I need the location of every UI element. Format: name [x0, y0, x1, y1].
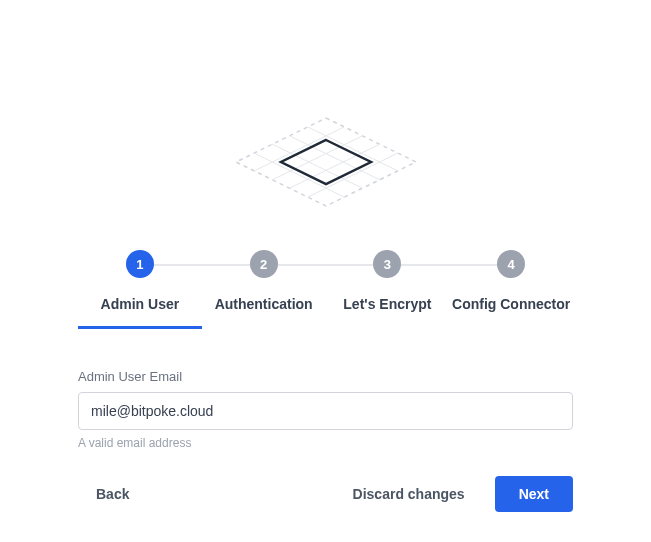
- step-number-badge: 3: [373, 250, 401, 278]
- step-label: Admin User: [78, 296, 202, 326]
- step-lets-encrypt[interactable]: 3 Let's Encrypt: [326, 250, 450, 326]
- back-button[interactable]: Back: [78, 476, 147, 512]
- step-label: Authentication: [202, 296, 326, 326]
- admin-email-input[interactable]: [78, 392, 573, 430]
- step-admin-user[interactable]: 1 Admin User: [78, 250, 202, 329]
- button-bar: Back Discard changes Next: [78, 476, 573, 512]
- step-label: Config Connector: [449, 296, 573, 326]
- step-authentication[interactable]: 2 Authentication: [202, 250, 326, 326]
- step-number-badge: 2: [250, 250, 278, 278]
- discard-changes-button[interactable]: Discard changes: [335, 476, 483, 512]
- step-label-wrap: Admin User: [78, 296, 202, 329]
- svg-line-8: [308, 153, 398, 197]
- step-config-connector[interactable]: 4 Config Connector: [449, 250, 573, 326]
- svg-line-5: [254, 127, 344, 171]
- next-button[interactable]: Next: [495, 476, 573, 512]
- admin-email-help-text: A valid email address: [78, 436, 573, 450]
- step-label: Let's Encrypt: [326, 296, 450, 326]
- admin-email-form-group: Admin User Email A valid email address: [78, 369, 573, 450]
- stepper: 1 Admin User 2 Authentication 3 Let's En…: [78, 250, 573, 329]
- svg-line-1: [254, 153, 344, 197]
- step-number-badge: 4: [497, 250, 525, 278]
- svg-marker-0: [236, 118, 416, 206]
- setup-wizard-container: 1 Admin User 2 Authentication 3 Let's En…: [0, 0, 651, 512]
- admin-email-label: Admin User Email: [78, 369, 573, 384]
- step-label-wrap: Config Connector: [449, 296, 573, 326]
- svg-line-4: [308, 127, 398, 171]
- illustration-wrap: [78, 0, 573, 250]
- diamond-platform-icon: [226, 110, 426, 215]
- step-label-wrap: Authentication: [202, 296, 326, 326]
- svg-marker-9: [281, 140, 371, 184]
- step-number-badge: 1: [126, 250, 154, 278]
- step-label-wrap: Let's Encrypt: [326, 296, 450, 326]
